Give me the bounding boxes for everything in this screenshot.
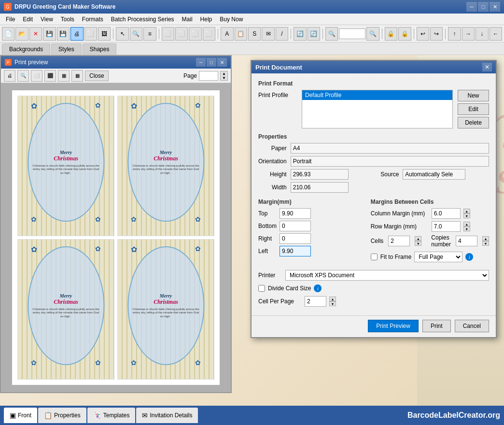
fit-select[interactable]: Full Page — [414, 252, 462, 262]
up-btn[interactable]: ↑ — [448, 27, 461, 41]
menu-view[interactable]: View — [37, 15, 57, 24]
prev-view4-btn[interactable]: ▦ — [71, 70, 83, 82]
preview-close[interactable]: ✕ — [217, 58, 227, 67]
tab-styles[interactable]: Styles — [51, 43, 82, 55]
column-up[interactable]: ▲ — [463, 209, 470, 213]
print-btn[interactable]: 🖨 — [70, 27, 83, 41]
column-margin-input[interactable] — [432, 208, 461, 219]
save2-btn[interactable]: 💾 — [57, 27, 70, 41]
zoom-minus[interactable]: 🔍 — [366, 27, 379, 41]
cpp-input[interactable] — [305, 296, 326, 307]
bottom-tab-front[interactable]: ▣ Front — [4, 408, 37, 423]
left-input[interactable] — [280, 246, 311, 256]
zoom-input[interactable]: 125% — [339, 28, 365, 39]
tb-btn3[interactable]: ≡ — [143, 27, 156, 41]
cancel-btn[interactable]: Cancel — [455, 320, 489, 332]
menu-formats[interactable]: Formats — [78, 15, 107, 24]
menu-file[interactable]: File — [2, 15, 19, 24]
prev-zoom-btn[interactable]: 🔍 — [17, 70, 29, 82]
print-preview-btn[interactable]: Print Preview — [368, 320, 419, 332]
fit-info-icon[interactable]: i — [465, 253, 473, 261]
profile-listbox[interactable]: Default Profile — [302, 90, 453, 128]
tb-btn12[interactable]: / — [276, 27, 288, 41]
menu-buy[interactable]: Buy Now — [216, 15, 247, 24]
undo-btn[interactable]: ↩ — [417, 27, 429, 41]
tb-btn8[interactable]: A — [221, 27, 233, 41]
tab-shapes[interactable]: Shapes — [83, 43, 117, 55]
right-btn[interactable]: → — [462, 27, 475, 41]
tb-btn11[interactable]: ✉ — [262, 27, 274, 41]
profile-default[interactable]: Default Profile — [302, 90, 452, 100]
bottom-tab-invitation[interactable]: ✉ Invitation Details — [136, 408, 198, 423]
print-btn[interactable]: Print — [422, 320, 451, 332]
tb-btn9[interactable]: 📋 — [235, 27, 247, 41]
tab-backgrounds[interactable]: Backgrounds — [2, 43, 50, 55]
zoom-out-btn[interactable]: 🔍 — [325, 27, 338, 41]
divide-info-icon[interactable]: i — [314, 284, 322, 292]
export-btn[interactable]: ⬜ — [84, 27, 97, 41]
page-up[interactable]: ▲▼ — [220, 71, 228, 81]
prev-view1-btn[interactable]: ⬜ — [31, 70, 42, 82]
tb-btn13[interactable]: 🔄 — [294, 27, 306, 41]
tb-btn6[interactable]: ⬜ — [189, 27, 201, 41]
tb-btn4[interactable]: ⬜ — [162, 27, 174, 41]
preview-minimize[interactable]: ─ — [196, 58, 206, 67]
save-btn[interactable]: 💾 — [43, 27, 56, 41]
menu-help[interactable]: Help — [196, 15, 216, 24]
bottom-input[interactable] — [280, 221, 311, 231]
source-input[interactable] — [403, 169, 465, 180]
profile-new-btn[interactable]: New — [458, 90, 489, 101]
tb-btn10[interactable]: S — [248, 27, 261, 41]
zoom-in-btn[interactable]: 🔍 — [130, 27, 142, 41]
profile-edit-btn[interactable]: Edit — [458, 103, 489, 115]
height-input[interactable] — [291, 169, 349, 180]
left-btn[interactable]: ← — [490, 27, 502, 41]
cpp-down[interactable]: ▼ — [329, 301, 336, 306]
bottom-tab-properties[interactable]: 📋 Properties — [38, 408, 86, 423]
tb-btn14[interactable]: 🔄 — [308, 27, 320, 41]
fit-to-frame-checkbox[interactable] — [371, 254, 378, 260]
redo-btn[interactable]: ↪ — [430, 27, 443, 41]
cpp-up[interactable]: ▲ — [329, 297, 336, 301]
cells-input[interactable] — [388, 236, 410, 246]
printer-select[interactable]: Microsoft XPS Document — [285, 270, 489, 281]
close-button[interactable]: ✕ — [490, 2, 500, 12]
row-margin-input[interactable] — [432, 221, 461, 232]
top-input[interactable] — [280, 208, 311, 219]
down-btn[interactable]: ↓ — [476, 27, 488, 41]
maximize-button[interactable]: □ — [478, 2, 489, 12]
paper-input[interactable] — [291, 143, 489, 154]
row-up[interactable]: ▲ — [463, 222, 470, 227]
open-btn[interactable]: 📂 — [15, 27, 28, 41]
img-btn[interactable]: 🖼 — [98, 27, 111, 41]
column-down[interactable]: ▼ — [463, 213, 470, 218]
cells-down[interactable]: ▼ — [415, 241, 421, 246]
right-input[interactable] — [280, 233, 311, 244]
prev-print-btn[interactable]: 🖨 — [4, 70, 15, 82]
prev-view2-btn[interactable]: ⬛ — [44, 70, 56, 82]
cells-up[interactable]: ▲ — [415, 236, 421, 241]
menu-tools[interactable]: Tools — [57, 15, 78, 24]
arrow-btn[interactable]: ↖ — [116, 27, 128, 41]
page-input[interactable]: 1 — [199, 71, 218, 81]
tb-btn7[interactable]: ⬜ — [203, 27, 215, 41]
preview-close-btn[interactable]: Close — [85, 71, 109, 81]
lock-btn[interactable]: 🔒 — [385, 27, 397, 41]
menu-mail[interactable]: Mail — [178, 15, 196, 24]
copies-up[interactable]: ▲ — [482, 236, 489, 241]
delete-btn[interactable]: ✕ — [29, 27, 42, 41]
copies-input[interactable] — [456, 236, 477, 246]
menu-batch[interactable]: Batch Processing Series — [107, 15, 178, 24]
profile-delete-btn[interactable]: Delete — [458, 117, 489, 128]
menu-edit[interactable]: Edit — [19, 15, 37, 24]
row-down[interactable]: ▼ — [463, 227, 470, 231]
orientation-input[interactable] — [291, 156, 489, 167]
tb-btn5[interactable]: ⬜ — [175, 27, 188, 41]
lock2-btn[interactable]: 🔒 — [398, 27, 411, 41]
new-btn[interactable]: 📄 — [2, 27, 14, 41]
bottom-tab-templates[interactable]: 🃏 Templates — [87, 408, 136, 423]
preview-maximize[interactable]: □ — [207, 58, 216, 67]
minimize-button[interactable]: ─ — [466, 2, 477, 12]
copies-down[interactable]: ▼ — [482, 241, 489, 246]
dialog-close-btn[interactable]: ✕ — [482, 63, 492, 71]
